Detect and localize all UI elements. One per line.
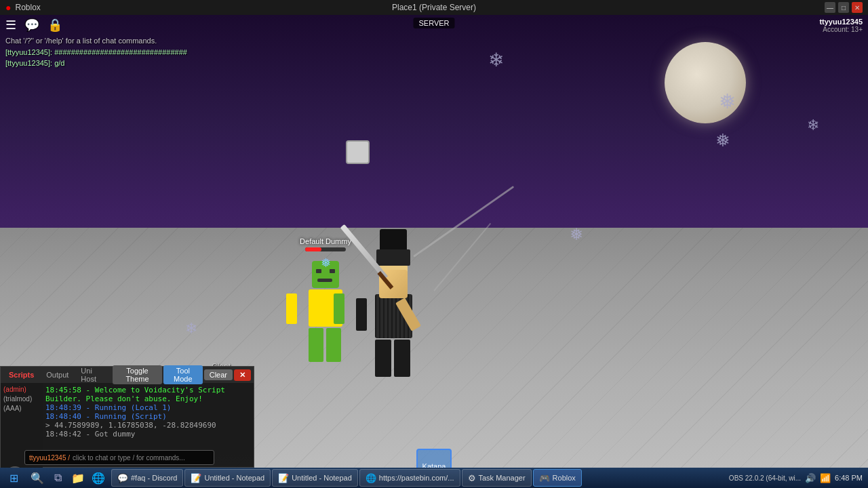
player-legs <box>375 340 412 377</box>
chat-area: Chat '/?'' or '/help' for a list of chat… <box>5 35 187 69</box>
log-running-1: 18:48:39 - Running (Local 1) <box>45 403 251 412</box>
tray-network-icon: 📶 <box>820 473 831 483</box>
close-button[interactable]: ✕ <box>852 2 863 13</box>
dummy-legs <box>309 328 342 362</box>
log-running-1-time: 18:48:39 <box>45 403 81 412</box>
tool-mode-button[interactable]: Tool Mode <box>163 365 203 384</box>
chat-input-bar[interactable]: ttyyuu12345 / click to chat or type / fo… <box>24 450 214 465</box>
dummy-health-bar <box>305 247 321 251</box>
console-tabs: Scripts Output Uni Host Toggle Theme Too… <box>1 367 254 383</box>
chat-msg-1-text: [ttyyuu12345]: #########################… <box>5 48 187 56</box>
console-tab-scripts[interactable]: Scripts <box>3 369 39 380</box>
app-roblox-label: Roblox <box>553 474 576 482</box>
dummy-arms <box>286 293 344 314</box>
role-admin: (admin) <box>3 386 40 393</box>
log-coords: > 44.7589989, 1.16785038, -28.82849690 <box>45 421 251 430</box>
account-age: Account: 13+ <box>819 26 863 33</box>
dummy-snowflake: ❅ <box>321 256 331 270</box>
console-tab-unifilter[interactable]: Uni Host <box>75 365 110 384</box>
log-welcome-time: 18:45:58 <box>45 386 81 394</box>
dummy-character: Default Dummy ❅ <box>298 261 353 369</box>
role-aaa: (AAA) <box>3 404 40 413</box>
chat-hint: Chat '/?'' or '/help' for a list of chat… <box>5 35 187 47</box>
tray-volume-icon[interactable]: 🔊 <box>805 473 816 483</box>
windows-icon: ⊞ <box>9 472 18 485</box>
log-coords-text: > 44.7589989, 1.16785038, -28.82849690 <box>45 421 216 430</box>
start-button[interactable]: ⊞ <box>0 468 27 488</box>
chat-msg-2: [ttyyuu12345]: g/d <box>5 58 187 69</box>
log-got-time: 18:48:42 <box>45 430 81 439</box>
dummy-name-label: Default Dummy <box>300 237 351 245</box>
taskbar-search-icon[interactable]: 🔍 <box>27 468 47 488</box>
dummy-mouth <box>317 279 332 282</box>
discord-icon: 💬 <box>117 473 128 483</box>
notepad1-icon: 📝 <box>191 473 201 483</box>
titlebar: ● Roblox Place1 (Private Server) — □ ✕ <box>0 0 868 15</box>
toggle-theme-button[interactable]: Toggle Theme <box>113 365 162 384</box>
taskbar-app-notepad1[interactable]: 📝 Untitled - Notepad <box>184 469 271 487</box>
dummy-arm-left <box>286 293 297 324</box>
dummy-head: ❅ <box>312 261 339 288</box>
taskmgr-icon: ⚙ <box>468 473 476 483</box>
clock-time: 6:48 PM <box>835 473 863 483</box>
log-welcome: 18:45:58 - Welcome to Voidacity's Script… <box>45 386 251 403</box>
taskbar-task-view-icon[interactable]: ⧉ <box>47 468 68 488</box>
window-controls: — □ ✕ <box>825 2 863 13</box>
sword-trail-2 <box>433 223 491 291</box>
dummy-leg-right <box>326 328 341 362</box>
console-tab-output[interactable]: Output <box>41 369 74 380</box>
role-trialmod: (trialmod) <box>3 394 40 404</box>
log-running-2: 18:48:40 - Running (Script) <box>45 412 251 421</box>
sword-trail-1 <box>413 186 514 258</box>
dummy-health-bar-bg <box>305 247 346 251</box>
taskbar-app-taskmgr[interactable]: ⚙ Task Manager <box>462 469 532 487</box>
tray-obs-label: OBS 22.0.2 (64-bit, wi... <box>729 474 801 482</box>
player-character <box>366 264 420 380</box>
taskbar-app-pastebin[interactable]: 🌐 https://pastebin.com/... <box>359 469 460 487</box>
taskbar-file-icon[interactable]: 📁 <box>68 468 88 488</box>
shield-icon[interactable]: 🔒 <box>47 18 62 33</box>
app-taskmgr-label: Task Manager <box>479 474 526 482</box>
hamburger-icon[interactable]: ☰ <box>5 18 16 33</box>
taskbar-edge-icon[interactable]: 🌐 <box>88 468 108 488</box>
app-discord-label: #faq - Discord <box>131 474 177 482</box>
titlebar-left: ● Roblox <box>5 2 41 13</box>
taskbar-app-roblox[interactable]: 🎮 Roblox <box>533 469 582 487</box>
taskbar-app-notepad2[interactable]: 📝 Untitled - Notepad <box>272 469 358 487</box>
app-notepad1-label: Untitled - Notepad <box>204 474 264 482</box>
minimize-button[interactable]: — <box>825 2 835 13</box>
chat-icon[interactable]: 💬 <box>24 18 39 33</box>
player-arm-left <box>356 298 367 331</box>
taskbar-clock: 6:48 PM <box>835 473 863 483</box>
player-leg-left <box>375 340 391 377</box>
chat-user-label: ttyyuu12345 / <box>29 454 70 462</box>
notepad2-icon: 📝 <box>278 473 289 483</box>
taskbar-app-discord[interactable]: 💬 #faq - Discord <box>111 469 183 487</box>
maximize-button[interactable]: □ <box>838 2 849 13</box>
player-hat <box>376 249 410 266</box>
server-label: SERVER <box>413 18 454 28</box>
dummy-eye-left <box>316 269 321 273</box>
clear-button[interactable]: Clear <box>204 369 233 380</box>
log-got: 18:48:42 - Got dummy <box>45 430 251 439</box>
log-running-2-text: - Running (Script) <box>86 412 167 421</box>
user-info: ttyyuu12345 Account: 13+ <box>819 18 863 33</box>
log-got-text: - Got dummy <box>86 430 136 439</box>
menu-icons: ☰ 💬 🔒 <box>5 18 62 33</box>
player-arms <box>356 298 414 319</box>
taskbar-tray: OBS 22.0.2 (64-bit, wi... 🔊 📶 6:48 PM <box>724 473 868 483</box>
taskbar: ⊞ 🔍 ⧉ 📁 🌐 💬 #faq - Discord 📝 Untitled - … <box>0 468 868 488</box>
dummy-arm-right <box>334 293 344 324</box>
app-name: Roblox <box>15 3 40 12</box>
chat-input-hint: click to chat or type / for commands... <box>73 454 185 462</box>
app-notepad2-label: Untitled - Notepad <box>292 474 352 482</box>
username-display: ttyyuu12345 <box>819 18 863 26</box>
window-title: Place1 (Private Server) <box>392 3 476 12</box>
chat-msg-1: [ttyyuu12345]: #########################… <box>5 47 187 58</box>
pastebin-icon: 🌐 <box>366 473 376 483</box>
close-console-button[interactable]: ✕ <box>234 369 251 381</box>
taskbar-apps: 💬 #faq - Discord 📝 Untitled - Notepad 📝 … <box>108 469 724 487</box>
log-running-2-time: 18:48:40 <box>45 412 81 421</box>
dummy-eye-right <box>330 269 335 273</box>
log-running-1-text: - Running (Local 1) <box>86 403 172 412</box>
